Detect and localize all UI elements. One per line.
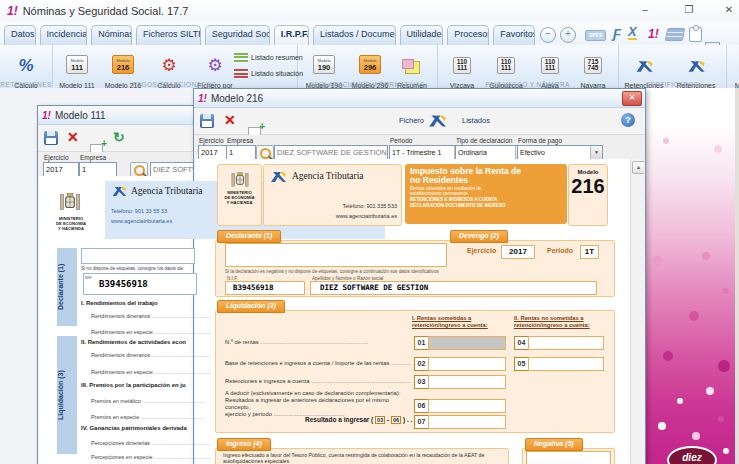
tab-ficheros-siltra[interactable]: Ficheros SILTRA: [136, 25, 201, 45]
section-title: IV. Ganancias patrimoniales derivada: [81, 425, 187, 431]
input-03[interactable]: [428, 375, 506, 389]
modelo-216-titlebar[interactable]: 1! Modelo 216 ✕: [194, 89, 645, 108]
aeat-logo-icon: [634, 59, 654, 74]
notepad-icon[interactable]: [689, 27, 702, 42]
section-item: Percepciones en especie: [91, 454, 211, 460]
close-button[interactable]: ✕: [716, 1, 739, 19]
tab-favoritos[interactable]: Favoritos: [493, 25, 535, 45]
aeat-file-icon[interactable]: [427, 113, 447, 129]
section-item: Rendimientos dinerarios: [91, 352, 211, 358]
resultado-dash: -: [387, 416, 389, 423]
tab-listados-documentos[interactable]: Listados / Documentos: [313, 25, 396, 45]
ejercicio-label: Ejercicio: [199, 137, 224, 144]
modelo-145-button[interactable]: Modelo145 Modelo 14: [728, 47, 739, 90]
section-item: Premios en especie: [91, 414, 211, 420]
empresa-label: Empresa: [80, 154, 106, 161]
tab-incidencias[interactable]: Incidencias: [40, 25, 88, 45]
ref-06-chip: 06: [391, 416, 401, 424]
agency-panel: Agencia Tributaria Teléfono: 901 335 533…: [263, 164, 402, 226]
declarante-strip: Declarante (1): [57, 248, 77, 326]
box-05: 05: [514, 357, 529, 371]
group-label-certificados: CERTIFICADOS: [618, 81, 726, 88]
save-icon[interactable]: [44, 131, 58, 145]
agency-phone: Teléfono: 901 33 55 33: [111, 208, 167, 214]
help-icon[interactable]: ?: [621, 113, 635, 127]
tab-utilidades[interactable]: Utilidades: [400, 25, 444, 45]
aeat-logo-icon[interactable]: X: [628, 26, 637, 40]
ministry-label: MINISTERIO DE ECONOMÍA Y HACIENDA: [47, 216, 95, 231]
negativa-box[interactable]: [526, 451, 611, 464]
razon-social-value: DIEZ SOFTWARE DE GESTION: [320, 283, 428, 292]
vertical-scrollbar[interactable]: ▲: [630, 159, 644, 464]
input-02[interactable]: [428, 357, 506, 371]
ribbon-tabs: Datos Incidencias Nóminas Ficheros SILTR…: [0, 22, 539, 45]
nif-label: N.I.F.: [227, 276, 238, 281]
group-label-pagos: PAGOS FRACCIONADOS: [52, 81, 297, 88]
input-06[interactable]: [428, 399, 506, 413]
wallpaper-dots: [663, 138, 669, 144]
tab-datos[interactable]: Datos: [4, 25, 36, 45]
listado-resumen-label: Listado resumen: [251, 54, 303, 61]
search-icon: [260, 148, 271, 159]
section-title: I. Rendimientos del trabajo: [81, 300, 158, 306]
delete-icon[interactable]: ✕: [224, 113, 236, 127]
expand-ribbon-button[interactable]: +: [560, 27, 576, 43]
input-05[interactable]: [528, 357, 604, 371]
tab-irpf[interactable]: I.R.P.F.: [274, 25, 309, 45]
app-mini-logo-icon[interactable]: 1!: [648, 27, 659, 41]
nif-label: NIF: [85, 275, 92, 280]
tab-nominas[interactable]: Nóminas: [91, 25, 132, 45]
modelo-216-title: Modelo 216: [211, 93, 263, 104]
purple-gear-icon: ⚙: [207, 57, 222, 74]
section-item: Rendimientos en especie: [91, 329, 211, 335]
close-window-button[interactable]: ✕: [622, 91, 642, 106]
input-04[interactable]: [528, 336, 604, 350]
devengo-ejercicio-value: 2017: [501, 245, 535, 259]
window-modelo-216: 1! Modelo 216 ✕ ✕ Fichero Listados ? Eje…: [193, 88, 646, 464]
aeat-logo-icon: [686, 59, 706, 74]
input-07[interactable]: [428, 415, 506, 429]
save-icon[interactable]: [200, 114, 214, 128]
liquidacion-strip: Liquidación (3): [57, 336, 77, 454]
input-01[interactable]: [428, 336, 506, 350]
listado-situacion-button[interactable]: Listado situación: [234, 66, 303, 81]
listado-situacion-label: Listado situación: [251, 70, 303, 77]
siltra-logo-icon[interactable]: Ƒ: [613, 26, 621, 41]
nif-value: B39456918: [99, 279, 148, 289]
pages-icon: [405, 61, 420, 74]
etiquetas-box[interactable]: [225, 243, 447, 267]
section-item: Rendimientos en especie: [91, 369, 211, 375]
row-label: Base de retenciones e ingresos a cuenta …: [225, 360, 411, 366]
tab-seguridad-social[interactable]: Seguridad Social: [205, 25, 270, 45]
negativa-header: Negativa (5): [525, 438, 583, 451]
undo-icon[interactable]: ↻: [113, 130, 125, 144]
agency-name: Agencia Tributaria: [131, 186, 203, 196]
minimize-button[interactable]: –: [632, 1, 658, 19]
fichero-label[interactable]: Fichero: [399, 116, 424, 125]
collapse-ribbon-button[interactable]: −: [540, 27, 556, 43]
ref-03-chip: 03: [375, 416, 385, 424]
scroll-up-button[interactable]: ▲: [632, 161, 644, 174]
group-label-retenciones: RETENCIONES: [0, 81, 52, 88]
tab-procesos[interactable]: Procesos: [447, 25, 489, 45]
app-logo-icon: 1!: [7, 4, 18, 18]
devengo-periodo-value: 1T: [580, 245, 599, 259]
section-title: II. Rendimientos de actividades econ: [81, 339, 186, 345]
listado-resumen-button[interactable]: Listado resumen: [234, 50, 303, 65]
delete-icon[interactable]: ✕: [67, 130, 79, 144]
window-logo-icon: 1!: [198, 93, 207, 104]
spes-badge-icon[interactable]: SPES: [585, 30, 606, 41]
books-icon[interactable]: [665, 28, 686, 41]
box-06: 06: [414, 399, 429, 413]
maximize-button[interactable]: ❐: [676, 1, 702, 19]
section-item: Percepciones dinerarias: [91, 440, 211, 446]
box-03: 03: [414, 375, 429, 389]
listados-label[interactable]: Listados: [462, 116, 490, 125]
ingreso-header: Ingreso (4): [217, 438, 271, 451]
tax-subtitle-1: Rentas obtenidas sin mediación de establ…: [410, 186, 562, 196]
red-gear-icon: ⚙: [161, 57, 176, 74]
wallpaper: diez: [645, 88, 735, 464]
modelo-216-badge-icon: Modelo216: [112, 55, 133, 74]
modelo-296-badge-icon: Modelo296: [359, 55, 380, 74]
etiquetas-box[interactable]: [81, 248, 195, 264]
